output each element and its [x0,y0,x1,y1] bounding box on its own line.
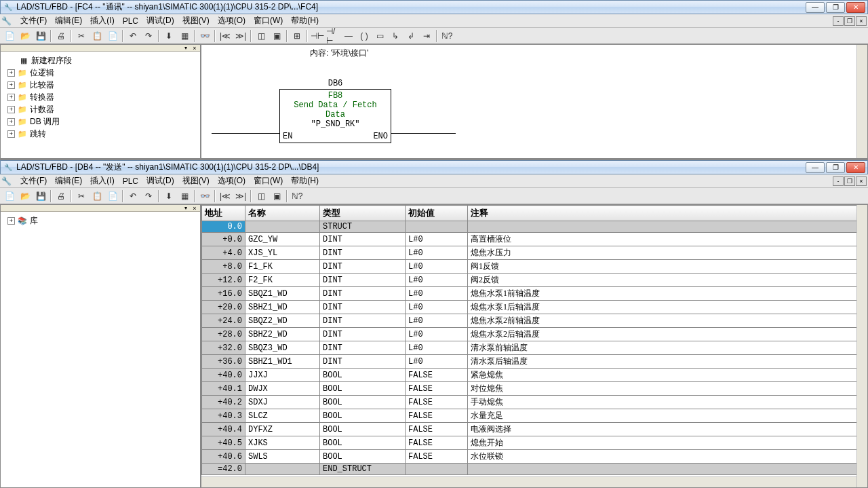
cell-initial[interactable]: FALSE [406,382,468,396]
mdi-restore[interactable]: ❐ [844,16,855,26]
cell-initial[interactable]: FALSE [406,450,468,464]
cell-name[interactable]: GZC_YW [245,233,320,246]
cell-name[interactable]: SBQZ1_WD [245,287,320,301]
cell-initial[interactable]: FALSE [406,396,468,409]
cell-address[interactable]: +40.3 [202,409,245,423]
col-name[interactable]: 名称 [245,206,320,221]
undo-icon[interactable]: ↶ [125,189,140,203]
scrollbar-h[interactable] [201,476,856,487]
network-icon[interactable]: ⊞ [290,29,304,43]
overview-icon[interactable]: ◫ [254,189,269,203]
coil-icon[interactable]: ― [341,29,356,43]
cell-type[interactable]: STRUCT [320,221,406,233]
detail-icon[interactable]: ▣ [269,189,284,203]
cell-comment[interactable]: 水量充足 [468,409,867,423]
menu-insert[interactable]: 插入(I) [86,174,118,188]
tree-item[interactable]: +📁计数器 [3,103,197,115]
cell-comment[interactable]: 熄焦水泵2前轴温度 [468,314,867,328]
cell-initial[interactable]: L#0 [406,328,468,341]
tree-item[interactable]: +📁比较器 [3,79,197,91]
cell-comment[interactable]: 紧急熄焦 [468,369,867,382]
expand-icon[interactable]: + [7,69,15,77]
cut-icon[interactable]: ✂ [74,29,89,43]
dropdown-icon[interactable]: ▾ [182,45,190,52]
cell-comment[interactable]: 阀1反馈 [468,260,867,274]
maximize-button[interactable]: ❐ [826,2,845,13]
detail-icon[interactable]: ▣ [269,29,284,43]
cell-initial[interactable]: L#0 [406,287,468,301]
expand-icon[interactable]: + [7,118,15,126]
close-button[interactable]: ✕ [846,2,865,13]
menu-file[interactable]: 文件(F) [16,14,51,28]
cell-address[interactable]: +40.4 [202,423,245,436]
cell-address[interactable]: +4.0 [202,246,245,260]
cell-type[interactable]: DINT [320,355,406,369]
cell-type[interactable]: BOOL [320,396,406,409]
table-row[interactable]: +4.0XJS_YLDINTL#0熄焦水压力 [202,246,867,260]
cell-type[interactable]: BOOL [320,382,406,396]
download-icon[interactable]: ⬇ [161,29,176,43]
cell-initial[interactable]: L#0 [406,260,468,274]
box-icon[interactable]: ▭ [372,29,387,43]
mdi-close[interactable]: × [856,176,867,186]
goto-prev-icon[interactable]: |≪ [218,189,233,203]
cell-address[interactable]: +0.0 [202,233,245,246]
cell-address[interactable]: +32.0 [202,341,245,355]
cell-initial[interactable]: L#0 [406,341,468,355]
cell-initial[interactable]: L#0 [406,246,468,260]
cell-initial[interactable]: L#0 [406,233,468,246]
new-icon[interactable]: 📄 [2,189,17,203]
block-icon[interactable]: ▦ [177,29,192,43]
cell-name[interactable]: XJS_YL [245,246,320,260]
tree-item[interactable]: +📁DB 调用 [3,115,197,128]
cell-comment[interactable]: 对位熄焦 [468,382,867,396]
cell-type[interactable]: DINT [320,260,406,274]
cell-comment[interactable]: 熄焦水泵1前轴温度 [468,287,867,301]
col-comment[interactable]: 注释 [468,206,867,221]
col-initial[interactable]: 初始值 [406,206,468,221]
expand-icon[interactable]: + [7,94,15,101]
mdi-minimize[interactable]: - [833,176,844,186]
cell-initial[interactable]: FALSE [406,436,468,450]
cell-name[interactable]: SBQZ3_WD [245,341,320,355]
cell-comment[interactable]: 熄焦水泵1后轴温度 [468,301,867,314]
cell-address[interactable]: +40.0 [202,369,245,382]
table-row[interactable]: +40.0JJXJBOOLFALSE紧急熄焦 [202,369,867,382]
monitor-icon[interactable]: 👓 [197,189,212,203]
goto-next-icon[interactable]: ≫| [233,29,248,43]
minimize-button[interactable]: — [806,162,825,173]
cell-comment[interactable]: 熄焦水压力 [468,246,867,260]
redo-icon[interactable]: ↷ [141,189,156,203]
menu-edit[interactable]: 编辑(E) [51,174,86,188]
branch-open-icon[interactable]: ↳ [388,29,403,43]
undo-icon[interactable]: ↶ [125,29,140,43]
menu-window[interactable]: 窗口(W) [250,174,287,188]
cell-initial[interactable]: L#0 [406,274,468,287]
cell-address[interactable]: +40.6 [202,450,245,464]
cell-type[interactable]: BOOL [320,450,406,464]
maximize-button[interactable]: ❐ [826,162,845,173]
cell-address[interactable]: +28.0 [202,328,245,341]
print-icon[interactable]: 🖨 [54,189,68,203]
menu-view[interactable]: 视图(V) [178,14,214,28]
close-pane-icon[interactable]: × [191,205,199,212]
cell-type[interactable]: BOOL [320,423,406,436]
help-icon[interactable]: ℕ? [439,29,454,43]
cell-address[interactable]: =42.0 [202,464,245,475]
table-row[interactable]: +40.5XJKSBOOLFALSE熄焦开始 [202,436,867,450]
paste-icon[interactable]: 📄 [105,189,120,203]
ladder-diagram[interactable]: DB6 FB8 Send Data / Fetch Data "P_SND_RK… [201,45,867,158]
cell-name[interactable]: DYFXZ [245,423,320,436]
cell-name[interactable]: SWLS [245,450,320,464]
cell-type[interactable]: DINT [320,341,406,355]
save-icon[interactable]: 💾 [33,29,48,43]
block-icon[interactable]: ▦ [177,189,192,203]
tree-item[interactable]: +📁跳转 [3,128,197,140]
cell-name[interactable]: SBHZ1_WD1 [245,355,320,369]
redo-icon[interactable]: ↷ [141,29,156,43]
cell-name[interactable]: SBQZ2_WD [245,314,320,328]
close-button[interactable]: ✕ [846,162,865,173]
cell-address[interactable]: +36.0 [202,355,245,369]
menu-insert[interactable]: 插入(I) [86,14,118,28]
cell-type[interactable]: BOOL [320,409,406,423]
